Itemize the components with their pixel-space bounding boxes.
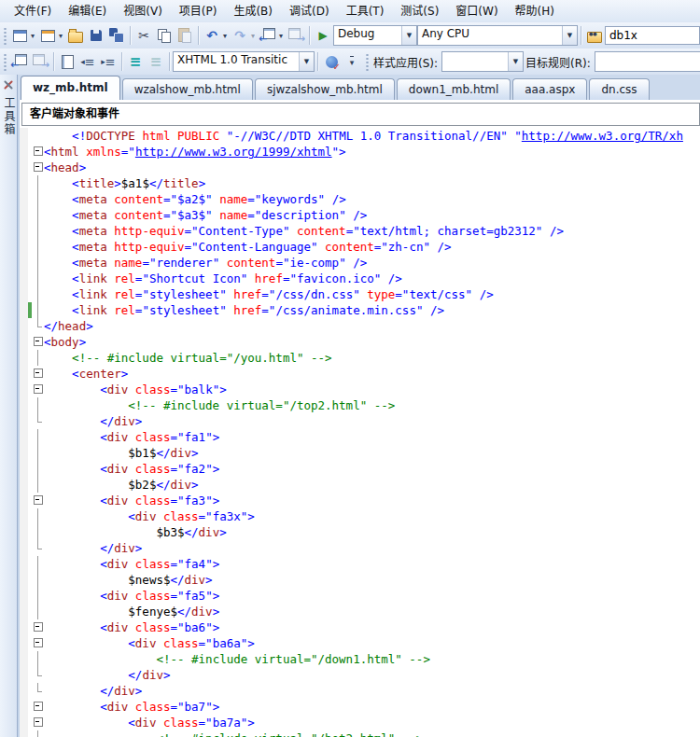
new-project-button[interactable]: ▾: [9, 24, 37, 47]
fold-toggle-icon[interactable]: [32, 334, 44, 350]
indicator-margin: [20, 318, 28, 334]
menu-item-9[interactable]: 窗口(W): [447, 0, 506, 22]
cut-button[interactable]: [133, 24, 154, 47]
view-backward-button[interactable]: [9, 50, 30, 73]
solution-platform-select[interactable]: Any CPU▼: [417, 25, 578, 46]
fold-margin: [32, 524, 44, 540]
menu-item-5[interactable]: 生成(B): [225, 0, 281, 22]
fold-toggle-icon[interactable]: [32, 366, 44, 382]
chevron-down-icon[interactable]: ▾: [249, 32, 257, 40]
indicator-margin: [20, 397, 28, 413]
find-in-files-button[interactable]: [584, 24, 605, 47]
indicator-margin: [20, 524, 28, 540]
decrease-indent-button[interactable]: [77, 50, 98, 73]
code-editor[interactable]: <!DOCTYPE html PUBLIC "-//W3C//DTD XHTML…: [20, 128, 700, 737]
fold-toggle-icon[interactable]: [32, 715, 44, 730]
menu-item-1[interactable]: 文件(F): [6, 0, 60, 22]
open-file-button[interactable]: [65, 24, 86, 47]
chevron-down-icon[interactable]: ▾: [221, 32, 229, 40]
fold-toggle-icon[interactable]: [32, 144, 44, 160]
add-item-button[interactable]: ▾: [37, 24, 65, 47]
code-text: $b2$</div>: [44, 477, 700, 493]
doctype-select[interactable]: XHTML 1.0 Transitic▼: [173, 51, 315, 72]
fold-margin: [32, 540, 44, 556]
fold-toggle-icon[interactable]: [32, 619, 44, 635]
chevron-down-icon[interactable]: ▼: [299, 52, 314, 71]
fold-toggle-icon[interactable]: [32, 160, 44, 175]
indicator-margin: [20, 667, 28, 683]
code-text: <!-- #include virtual="/down1.html" -->: [44, 651, 700, 667]
tab-down1_mb.html[interactable]: down1_mb.html: [397, 78, 511, 100]
view-forward-icon: [31, 52, 49, 71]
menu-item-4[interactable]: 项目(P): [171, 0, 226, 22]
menu-item-7[interactable]: 工具(T): [338, 0, 393, 22]
save-all-button[interactable]: [106, 24, 127, 47]
fold-toggle-icon[interactable]: [32, 382, 44, 397]
chevron-down-icon[interactable]: ▼: [401, 26, 416, 45]
tab-wzalshow_mb.html[interactable]: wzalshow_mb.html: [122, 78, 253, 100]
code-line: <div class="fa1">: [20, 429, 700, 445]
fold-margin: [32, 651, 44, 667]
fold-toggle-icon[interactable]: [32, 699, 44, 715]
toolbar-grip[interactable]: [2, 52, 7, 71]
code-text: <link rel="Shortcut Icon" href="favicon.…: [44, 271, 700, 286]
indicator-margin: [20, 223, 28, 239]
toolbar-separator: [309, 26, 310, 45]
save-button[interactable]: [86, 24, 106, 47]
tab-sjwzalshow_mb.html[interactable]: sjwzalshow_mb.html: [255, 78, 395, 100]
start-debugging-button[interactable]: [313, 24, 333, 47]
indicator-margin: [20, 429, 28, 445]
fold-margin: [32, 667, 44, 683]
tab-aaa.aspx[interactable]: aaa.aspx: [512, 78, 587, 100]
check-page-accessibility-button[interactable]: [321, 50, 342, 73]
fold-toggle-icon[interactable]: [32, 635, 44, 651]
find-combo-input[interactable]: [605, 26, 700, 45]
menu-item-6[interactable]: 调试(D): [281, 0, 338, 22]
fold-toggle-icon[interactable]: [32, 493, 44, 508]
style-apply-select[interactable]: ▼: [441, 51, 524, 72]
chevron-down-icon[interactable]: ▼: [562, 26, 577, 45]
add-item-icon: [38, 26, 57, 45]
source-properties-button[interactable]: [57, 50, 77, 73]
fold-margin: [32, 588, 44, 604]
toolbox-label: 工具箱: [0, 97, 17, 136]
indicator-margin: [20, 588, 28, 604]
increase-indent-button[interactable]: [98, 50, 119, 73]
toolbox-icon: [2, 78, 15, 91]
copy-button[interactable]: [154, 24, 175, 47]
toolbar-grip[interactable]: [2, 26, 7, 45]
menu-item-8[interactable]: 测试(S): [392, 0, 447, 22]
toolbar-grip[interactable]: [364, 52, 369, 71]
toolbar-separator: [198, 26, 199, 45]
toolbar-html-source: XHTML 1.0 Transitic▼样式应用(S):▼目标规则(R):▼: [0, 49, 700, 76]
tab-dn.css[interactable]: dn.css: [589, 78, 649, 100]
navigate-forward-icon: [287, 26, 305, 45]
debug-configuration-select[interactable]: Debug▼: [333, 25, 417, 46]
format-document-button[interactable]: [125, 50, 146, 73]
code-line: <div class="ba6a">: [20, 635, 700, 651]
chevron-down-icon[interactable]: ▾: [277, 32, 285, 40]
code-line: <meta http-equiv="Content-Type" content=…: [20, 223, 700, 239]
navigate-backward-button[interactable]: ▾: [258, 24, 286, 47]
chevron-down-icon[interactable]: ▼: [508, 52, 523, 71]
target-rule-select[interactable]: ▼: [595, 51, 700, 72]
fold-margin: [32, 508, 44, 524]
code-text: $b1$</div>: [44, 445, 700, 461]
code-line: <meta content="$a2$" name="keywords" />: [20, 191, 700, 207]
chevron-down-icon[interactable]: ▾: [57, 32, 64, 40]
toolbox-collapsed-strip[interactable]: 工具箱: [0, 75, 18, 737]
menu-item-3[interactable]: 视图(V): [115, 0, 171, 22]
menu-item-10[interactable]: 帮助(H): [507, 0, 563, 22]
tab-wz_mb.html[interactable]: wz_mb.html: [21, 76, 120, 100]
chevron-down-icon[interactable]: ▾: [29, 32, 36, 40]
save-icon: [87, 26, 105, 45]
code-text: <center>: [44, 366, 700, 382]
code-text: <link rel="stylesheet" href="/css/animat…: [44, 302, 700, 318]
doctype-select-value: XHTML 1.0 Transitic: [174, 52, 299, 71]
client-objects-dropdown[interactable]: 客户端对象和事件: [21, 103, 700, 126]
fold-margin: [32, 397, 44, 413]
menu-item-2[interactable]: 编辑(E): [60, 0, 115, 22]
fold-margin: [32, 572, 44, 588]
undo-button[interactable]: ▾: [202, 24, 230, 47]
toolbar-options-button[interactable]: [342, 50, 362, 73]
